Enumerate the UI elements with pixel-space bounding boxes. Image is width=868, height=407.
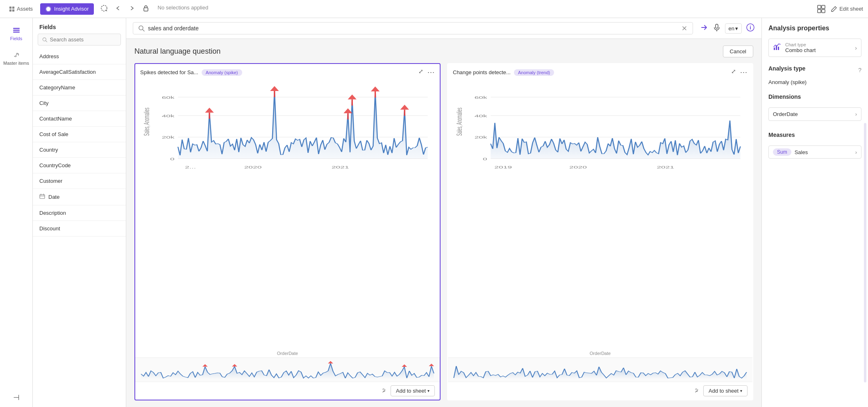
svg-rect-11 — [822, 9, 825, 13]
forward-icon[interactable] — [128, 5, 136, 14]
svg-marker-42 — [205, 108, 214, 113]
language-selector[interactable]: en ▾ — [725, 23, 742, 34]
chart-badge: Anomaly (trend) — [514, 69, 554, 76]
add-to-sheet-btn[interactable]: Add to sheet ▾ — [703, 385, 748, 396]
chart-link-icon[interactable] — [381, 388, 387, 394]
search-assets-input[interactable] — [50, 36, 116, 43]
back-icon[interactable] — [114, 5, 122, 14]
calendar-icon — [39, 193, 45, 200]
add-to-sheet-chevron-icon: ▾ — [427, 389, 429, 393]
field-item[interactable]: Address — [33, 49, 126, 64]
search-assets-icon — [42, 37, 48, 43]
cancel-btn[interactable]: Cancel — [723, 45, 753, 57]
rp-chart-type-section: Chart type Combo chart › — [768, 39, 861, 57]
svg-marker-54 — [202, 364, 208, 366]
svg-marker-50 — [371, 86, 379, 91]
svg-line-22 — [143, 30, 144, 31]
field-item[interactable]: Description — [33, 205, 126, 221]
svg-rect-14 — [13, 32, 20, 33]
assets-label: Assets — [17, 6, 33, 12]
svg-rect-7 — [144, 8, 148, 11]
svg-text:2021: 2021 — [657, 165, 674, 169]
add-to-sheet-btn[interactable]: Add to sheet ▾ — [391, 385, 435, 396]
expand-icon[interactable]: ⤢ — [731, 68, 736, 77]
chart-type-left: Chart type Combo chart — [773, 42, 816, 53]
svg-text:2...: 2... — [185, 165, 196, 169]
measure-tag: Sum — [773, 148, 791, 156]
rp-measure-item[interactable]: Sum Sales › — [768, 146, 861, 159]
edit-sheet-btn[interactable]: Edit sheet — [831, 6, 863, 12]
lock-icon[interactable] — [142, 5, 150, 14]
chart-type-chevron-icon: › — [855, 45, 857, 51]
svg-marker-44 — [270, 86, 279, 91]
chart-title: Spikes detected for Sa... — [140, 69, 198, 75]
lasso-icon[interactable] — [100, 5, 108, 14]
svg-text:20k: 20k — [162, 135, 175, 139]
mic-btn[interactable] — [713, 23, 721, 34]
more-options-icon[interactable]: ··· — [740, 68, 748, 77]
svg-text:0: 0 — [170, 157, 175, 161]
field-name: Description — [39, 210, 66, 216]
more-options-icon[interactable]: ··· — [427, 68, 435, 77]
svg-rect-75 — [778, 47, 779, 50]
rp-measures-list: Sum Sales › — [768, 146, 861, 159]
field-name: AverageCallSatisfaction — [39, 69, 96, 75]
search-main-input[interactable] — [148, 25, 678, 32]
svg-rect-12 — [13, 28, 20, 29]
lang-chevron-icon: ▾ — [735, 25, 738, 32]
field-name: Date — [48, 194, 59, 200]
sidebar-master-items-btn[interactable]: Master items — [0, 46, 32, 70]
sidebar-master-items-label: Master items — [3, 61, 29, 66]
rp-dimension-item[interactable]: OrderDate › — [768, 107, 861, 121]
right-panel-scrollbar[interactable] — [864, 123, 866, 382]
field-item[interactable]: Date — [33, 189, 126, 205]
expand-icon[interactable]: ⤢ — [418, 68, 423, 77]
info-btn[interactable] — [746, 23, 755, 34]
rp-analysis-type-value: Anomaly (spike) — [768, 79, 807, 85]
field-item[interactable]: CategoryName — [33, 80, 126, 95]
field-item[interactable]: ContactName — [33, 111, 126, 127]
sheet-grid-icon[interactable] — [817, 5, 826, 14]
assets-nav[interactable]: Assets — [5, 3, 37, 14]
fields-icon — [12, 26, 20, 34]
svg-rect-3 — [12, 9, 14, 11]
measure-value: Sales — [795, 149, 808, 155]
no-selections-label: No selections applied — [158, 5, 209, 14]
clear-search-icon[interactable] — [681, 25, 688, 32]
field-item[interactable]: Discount — [33, 221, 126, 236]
chart-type-label: Chart type — [785, 42, 816, 47]
chart-badge: Anomaly (spike) — [202, 69, 242, 76]
search-assets-box[interactable] — [38, 34, 121, 45]
field-name: CategoryName — [39, 84, 75, 91]
rp-dimensions-title: Dimensions — [768, 93, 801, 100]
rp-dimensions-list: OrderDate › — [768, 107, 861, 121]
search-icon — [138, 25, 145, 32]
field-item[interactable]: CountryCode — [33, 158, 126, 173]
chart-title: Change points detecte... — [453, 69, 511, 75]
sidebar-fields-btn[interactable]: Fields — [0, 21, 32, 46]
arrow-forward-btn[interactable] — [700, 23, 709, 34]
insight-advisor-tab[interactable]: Insight Advisor — [40, 3, 94, 15]
chart-card-1[interactable]: Spikes detected for Sa... Anomaly (spike… — [134, 63, 441, 400]
svg-marker-46 — [343, 108, 352, 113]
svg-rect-25 — [716, 24, 718, 28]
chart-link-icon[interactable] — [693, 388, 700, 394]
chart-card-header: Change points detecte... Anomaly (trend)… — [448, 64, 752, 79]
sidebar-collapse-btn[interactable]: ⊣ — [8, 388, 25, 407]
svg-rect-2 — [9, 9, 11, 11]
x-axis-label: OrderDate — [448, 350, 752, 357]
field-item[interactable]: AverageCallSatisfaction — [33, 64, 126, 80]
chart-card-2[interactable]: Change points detecte... Anomaly (trend)… — [447, 63, 753, 400]
analysis-type-help-icon[interactable]: ? — [858, 67, 861, 73]
field-item[interactable]: Cost of Sale — [33, 127, 126, 142]
chart-type-selector[interactable]: Chart type Combo chart › — [768, 39, 861, 57]
svg-text:2021: 2021 — [332, 165, 349, 169]
field-item[interactable]: Country — [33, 142, 126, 158]
search-assets-wrap — [33, 34, 126, 49]
fields-list: AddressAverageCallSatisfactionCategoryNa… — [33, 49, 126, 407]
field-item[interactable]: Customer — [33, 173, 126, 189]
svg-text:40k: 40k — [162, 114, 175, 118]
svg-text:Sales, Anomalies: Sales, Anomalies — [454, 107, 464, 136]
chart-header-icons: ⤢ ··· — [418, 68, 435, 77]
field-item[interactable]: City — [33, 95, 126, 111]
